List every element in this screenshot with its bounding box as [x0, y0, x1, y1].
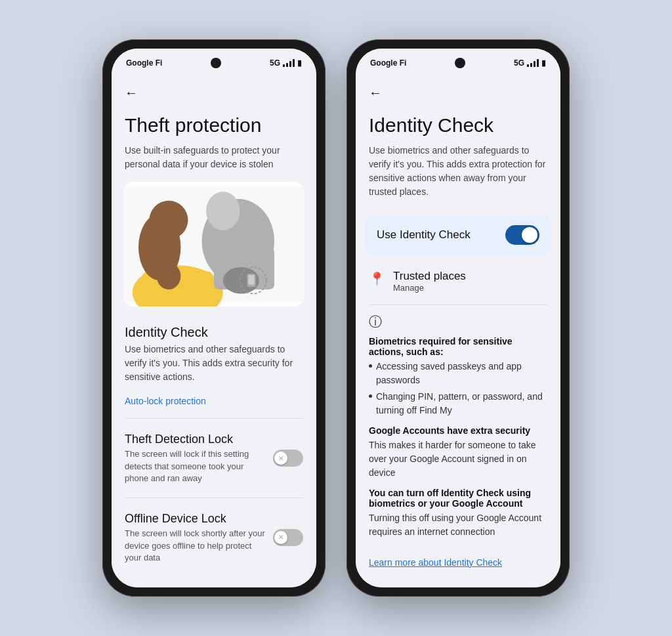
page-subtitle-right: Use biometrics and other safeguards to v…	[356, 144, 560, 209]
status-bar-right: Google Fi 5G ▮	[356, 49, 560, 74]
x-mark-icon: ✕	[278, 455, 284, 462]
back-button-right[interactable]: ←	[356, 80, 560, 100]
app-name-right: Google Fi	[370, 58, 406, 68]
phone-left: Google Fi 5G ▮ ← Theft protection Use bu…	[102, 39, 326, 597]
accounts-desc: This makes it harder for someone to take…	[369, 438, 547, 480]
rbar4	[537, 59, 539, 67]
location-pin-icon: 📍	[369, 271, 385, 287]
signal-bars-right	[527, 59, 539, 67]
hero-svg	[123, 182, 304, 307]
identity-toggle-label: Use Identity Check	[377, 228, 471, 242]
screen-left: ← Theft protection Use built-in safeguar…	[112, 74, 316, 587]
bullet-text-1: Accessing saved passkeys and app passwor…	[376, 360, 547, 387]
svg-point-11	[150, 201, 188, 240]
theft-detection-toggle[interactable]: ✕	[273, 450, 303, 467]
rbar3	[534, 61, 536, 67]
status-bar-left: Google Fi 5G ▮	[112, 49, 316, 74]
turnoff-desc: Turning this off using your Google Accou…	[369, 511, 547, 539]
battery-icon-right: ▮	[541, 58, 546, 68]
back-button-left[interactable]: ←	[112, 80, 316, 100]
bar4	[293, 59, 295, 67]
rbar2	[530, 63, 532, 67]
svg-point-4	[157, 263, 181, 289]
divider-2	[125, 498, 303, 498]
turnoff-section: You can turn off Identity Check using bi…	[369, 488, 547, 539]
bullet-dot-2	[369, 394, 372, 398]
bullet-2: Changing PIN, pattern, or password, and …	[369, 390, 547, 417]
page-title-left: Theft protection	[112, 100, 316, 144]
screen-right: ← Identity Check Use biometrics and othe…	[356, 74, 560, 587]
phone-right: Google Fi 5G ▮ ← Identity Check Use biom…	[346, 39, 570, 597]
offline-device-title: Offline Device Lock	[125, 511, 265, 526]
accounts-header: Google Accounts have extra security	[369, 425, 547, 436]
divider-right-1	[369, 305, 547, 305]
page-subtitle-left: Use built-in safeguards to protect your …	[112, 144, 316, 182]
theft-detection-text: Theft Detection Lock The screen will loc…	[125, 432, 273, 484]
theft-detection-desc: The screen will lock if this setting det…	[125, 448, 265, 484]
x-mark-icon-2: ✕	[278, 534, 284, 541]
bullet-text-2: Changing PIN, pattern, or password, and …	[376, 390, 547, 417]
bar1	[283, 64, 285, 67]
bar2	[286, 63, 288, 67]
svg-rect-10	[248, 275, 254, 285]
biometrics-header: Biometrics required for sensitive action…	[369, 336, 547, 357]
offline-device-toggle[interactable]: ✕	[273, 529, 303, 546]
trusted-places-sub: Manage	[393, 283, 466, 293]
trusted-places-row[interactable]: 📍 Trusted places Manage	[356, 261, 560, 302]
trusted-places-title: Trusted places	[393, 270, 466, 283]
bullet-dot-1	[369, 364, 372, 368]
identity-check-title: Identity Check	[112, 320, 316, 343]
signal-label-left: 5G	[270, 58, 280, 68]
camera-notch-right	[455, 58, 465, 68]
turnoff-header: You can turn off Identity Check using bi…	[369, 488, 547, 509]
offline-device-desc: The screen will lock shortly after your …	[125, 528, 265, 564]
offline-device-knob: ✕	[274, 531, 287, 544]
identity-check-knob	[522, 227, 537, 243]
battery-icon-left: ▮	[297, 58, 302, 68]
status-right-right: 5G ▮	[514, 58, 546, 68]
bullet-1: Accessing saved passkeys and app passwor…	[369, 360, 547, 387]
theft-detection-knob: ✕	[274, 452, 287, 465]
info-circle-icon: ⓘ	[369, 313, 547, 331]
identity-check-desc: Use biometrics and other safeguards to v…	[112, 343, 316, 393]
identity-check-toggle[interactable]	[505, 225, 539, 245]
theft-detection-row: Theft Detection Lock The screen will loc…	[112, 421, 316, 495]
hero-image-left	[123, 182, 304, 307]
offline-device-row: Offline Device Lock The screen will lock…	[112, 501, 316, 574]
divider-1	[125, 418, 303, 419]
theft-detection-title: Theft Detection Lock	[125, 432, 265, 447]
auto-lock-link[interactable]: Auto-lock protection	[112, 393, 316, 415]
signal-bars-left	[283, 59, 295, 67]
info-section: ⓘ Biometrics required for sensitive acti…	[356, 308, 560, 553]
status-right-left: 5G ▮	[270, 58, 302, 68]
trusted-places-text: Trusted places Manage	[393, 270, 466, 293]
camera-notch-left	[211, 58, 221, 68]
signal-label-right: 5G	[514, 58, 524, 68]
bar3	[289, 61, 291, 67]
page-title-right: Identity Check	[356, 100, 560, 144]
svg-point-12	[206, 192, 240, 230]
learn-more-link[interactable]: Learn more about Identity Check	[356, 553, 560, 574]
accounts-section: Google Accounts have extra security This…	[369, 425, 547, 480]
rbar1	[527, 64, 529, 67]
app-name-left: Google Fi	[126, 58, 162, 68]
offline-device-text: Offline Device Lock The screen will lock…	[125, 511, 273, 564]
identity-check-toggle-row[interactable]: Use Identity Check	[365, 215, 551, 255]
